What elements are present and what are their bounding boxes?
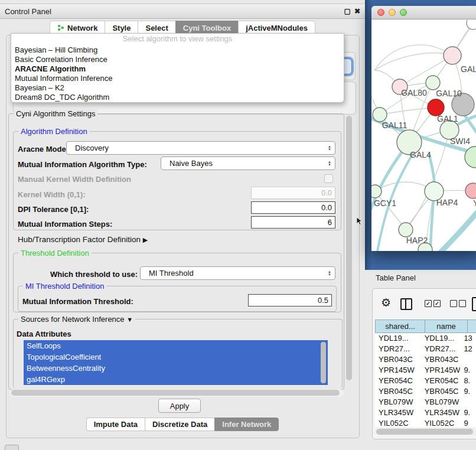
network-edge: [374, 45, 452, 70]
algorithm-option[interactable]: Bayesian – Hill Climbing: [11, 45, 344, 55]
settings-vertical-scrollbar[interactable]: [345, 113, 353, 389]
table-cell: YIL052C: [375, 418, 421, 427]
network-canvas[interactable]: GALGAL80GAL10GAL1GAL11SWI4GAL4GCY1HAP4YH…: [371, 20, 476, 251]
data-attributes-list[interactable]: SelfLoopsTopologicalCoefficientBetweenne…: [24, 340, 328, 386]
select-all-icon[interactable]: ✓: [433, 300, 441, 307]
table-cell: 9.: [460, 407, 476, 418]
node-label: HAP4: [436, 198, 458, 207]
table-row[interactable]: YDL19...YDL19...13: [375, 333, 476, 344]
group-title: MI Threshold Definition: [23, 282, 106, 291]
sources-toggle[interactable]: Sources for Network Inference ▼: [18, 315, 135, 324]
attribute-item[interactable]: SelfLoops: [24, 340, 328, 351]
node-label: SWI4: [450, 136, 470, 146]
network-edge-highlighted: [371, 142, 409, 221]
tab-label: Infer Network: [222, 420, 271, 429]
dpi-tolerance-field[interactable]: 0.0: [251, 201, 335, 214]
tab-impute-data[interactable]: Impute Data: [86, 418, 145, 431]
node-gal11[interactable]: [373, 107, 387, 122]
column-header[interactable]: shared...: [375, 319, 425, 333]
algorithm-option[interactable]: ARACNE Algorithm: [11, 64, 344, 74]
minimize-traffic-light[interactable]: [389, 9, 396, 16]
select-all-icon[interactable]: ✓: [425, 300, 432, 307]
mi-threshold-label: Mutual Information Threshold:: [22, 297, 133, 306]
algorithm-option[interactable]: Dream8 DC_TDC Algorithm: [11, 93, 344, 102]
node-gal2[interactable]: [444, 47, 461, 64]
node-label: GAL: [461, 64, 476, 74]
node-pink-right[interactable]: [465, 183, 476, 198]
corner-button[interactable]: [5, 445, 19, 450]
manual-kernel-label: Manual Kernel Width Definition: [18, 175, 131, 184]
table-horizontal-scrollbar[interactable]: [375, 428, 476, 435]
attribute-item[interactable]: TopologicalCoefficient: [24, 351, 328, 363]
node-table-widget: ⚙ ✓ ✓ shared...nameA YDL19...YDL19...13Y…: [372, 288, 476, 439]
table-row[interactable]: YLR345WYLR345W9.: [375, 407, 476, 418]
attributes-list-scrollbar[interactable]: [321, 342, 326, 383]
algorithm-option[interactable]: Basic Correlation Inference: [11, 55, 344, 64]
table-cell: [460, 354, 476, 365]
node-partial-top[interactable]: [467, 20, 476, 30]
node-label: HAP2: [406, 236, 428, 245]
mi-threshold-field[interactable]: 0.5: [248, 294, 332, 306]
attribute-item[interactable]: gal4RGexp: [24, 374, 328, 385]
chevron-right-icon: ▶: [143, 236, 148, 243]
document-icon[interactable]: [472, 297, 476, 311]
mi-steps-field[interactable]: 6: [251, 216, 335, 229]
which-threshold-select[interactable]: MI Threshold ▲▼: [140, 266, 335, 280]
group-title: Cyni Algorithm Settings: [14, 109, 97, 118]
tab-label: Select: [145, 24, 168, 32]
table-row[interactable]: YPR145WYPR145W9.: [375, 365, 476, 376]
table-row[interactable]: YDR27...YDR27...12: [375, 344, 476, 354]
mi-type-select[interactable]: Naive Bayes ▲▼: [161, 156, 335, 170]
zoom-traffic-light[interactable]: [400, 9, 407, 16]
network-window-titlebar[interactable]: [371, 6, 476, 19]
table-row[interactable]: YER054CYER054C8.: [375, 376, 476, 386]
tab-label: Style: [112, 24, 131, 32]
tab-discretize-data[interactable]: Discretize Data: [145, 418, 214, 431]
hub-definition-label: Hub/Transcription Factor Definition: [18, 235, 141, 244]
aracne-mode-select[interactable]: Discovery ▲▼: [66, 141, 335, 155]
attribute-item[interactable]: BetweennessCentrality: [24, 363, 328, 374]
table-row[interactable]: YBL079WYBL079W: [375, 397, 476, 407]
selected-value: Discovery: [75, 144, 109, 152]
tab-infer-network[interactable]: Infer Network: [214, 418, 279, 431]
gear-icon[interactable]: ⚙: [381, 296, 391, 309]
table-panel-title: Table Panel: [376, 273, 416, 282]
node-red[interactable]: [428, 99, 444, 116]
deselect-all-icon[interactable]: [450, 300, 457, 307]
sources-title: Sources for Network Inference: [21, 315, 125, 324]
table-row[interactable]: YBR043CYBR043C: [375, 354, 476, 365]
settings-horizontal-scrollbar[interactable]: [9, 389, 344, 397]
algorithm-option[interactable]: Bayesian – K2: [11, 83, 344, 93]
group-title: Algorithm Definition: [18, 127, 90, 136]
node-label: GAL4: [410, 150, 431, 159]
table-cell: YLR345W: [375, 407, 421, 418]
table-cell: YBR045C: [375, 386, 421, 397]
deselect-all-icon[interactable]: [459, 300, 466, 307]
network-icon: [57, 24, 64, 31]
algorithm-dropdown-list: Select algorithm to view settings Bayesi…: [11, 33, 344, 103]
column-header[interactable]: A: [467, 319, 476, 333]
dpi-tolerance-label: DPI Tolerance [0,1]:: [18, 205, 89, 214]
close-icon[interactable]: ✖: [354, 7, 360, 15]
network-view-window: GALGAL80GAL10GAL1GAL11SWI4GAL4GCY1HAP4YH…: [371, 6, 476, 251]
column-header[interactable]: name: [425, 319, 467, 333]
table-header-row: shared...nameA: [375, 319, 476, 333]
node-hap2[interactable]: [399, 223, 413, 237]
mi-steps-label: Mutual Information Steps:: [18, 220, 112, 229]
table-row[interactable]: YBR045CYBR045C9.: [375, 386, 476, 397]
screen: Control Panel ▢ ✖ Network Style Select C…: [0, 0, 476, 450]
manual-kernel-checkbox[interactable]: [324, 174, 333, 183]
tab-label: Cyni Toolbox: [183, 24, 231, 32]
stepper-icon: ▲▼: [328, 161, 331, 167]
hub-definition-toggle[interactable]: Hub/Transcription Factor Definition ▶: [18, 235, 148, 244]
tab-label: Network: [67, 24, 97, 32]
table-row[interactable]: YIL052CYIL052C9: [375, 418, 476, 427]
float-window-icon[interactable]: ▢: [344, 7, 351, 15]
close-traffic-light[interactable]: [377, 9, 384, 16]
columns-icon[interactable]: [400, 298, 412, 310]
node-gal10[interactable]: [426, 76, 440, 90]
apply-button[interactable]: Apply: [158, 399, 201, 413]
algorithm-option[interactable]: Mutual Information Inference: [11, 74, 344, 83]
node-gcy1[interactable]: [371, 185, 382, 198]
kernel-width-field: 0.0: [251, 187, 335, 199]
